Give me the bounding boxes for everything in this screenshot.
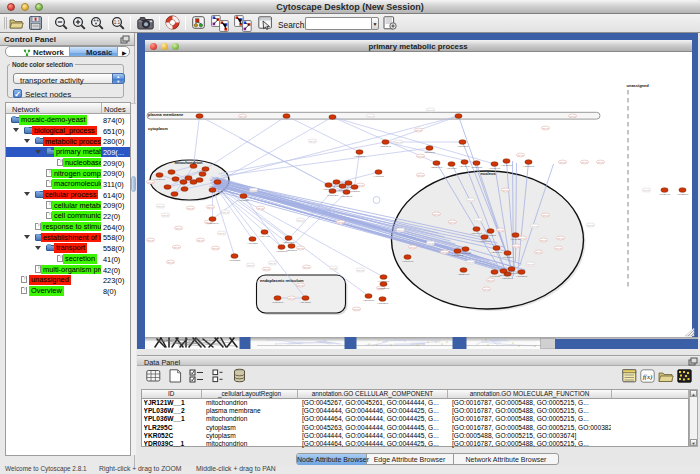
svg-text:YJL093C: YJL093C (446, 167, 456, 170)
svg-text:YCL025C: YCL025C (247, 242, 258, 245)
svg-text:nucleus: nucleus (480, 171, 496, 176)
svg-text:YDR384C: YDR384C (379, 145, 390, 148)
svg-text:xxx-xx: xxx-xx (449, 221, 456, 223)
svg-text:YBR127C: YBR127C (484, 234, 495, 237)
svg-text:YEL051W: YEL051W (362, 299, 374, 302)
svg-text:xxx-xx: xxx-xx (303, 266, 310, 268)
svg-text:YKR039W: YKR039W (206, 222, 218, 225)
svg-text:xxx-xx: xxx-xx (643, 189, 650, 191)
svg-text:YDL054C: YDL054C (459, 165, 470, 168)
svg-text:YOL020W: YOL020W (340, 195, 352, 198)
svg-text:YKL217W: YKL217W (153, 178, 165, 181)
svg-text:YIL088C: YIL088C (331, 185, 341, 188)
svg-text:xxx-xx: xxx-xx (367, 115, 374, 117)
svg-text:xxx-xx: xxx-xx (250, 189, 257, 191)
svg-text:cytoplasm: cytoplasm (148, 126, 168, 131)
svg-text:YKL217W: YKL217W (451, 254, 463, 257)
svg-text:YOR100C: YOR100C (401, 260, 413, 263)
svg-text:xxx-xx: xxx-xx (309, 140, 316, 142)
svg-text:unassigned: unassigned (626, 83, 649, 88)
svg-text:YBR069C: YBR069C (342, 186, 353, 189)
svg-text:YLR138W: YLR138W (237, 199, 249, 202)
svg-text:1:1: 1:1 (114, 20, 121, 25)
svg-text:xxx-xx: xxx-xx (483, 288, 490, 290)
svg-text:f(x): f(x) (643, 373, 653, 381)
svg-text:xxx-xx: xxx-xx (269, 262, 276, 264)
svg-text:YEL006W: YEL006W (490, 251, 502, 254)
svg-text:xxx-xx: xxx-xx (297, 284, 304, 286)
svg-text:endoplasmic reticulum: endoplasmic reticulum (260, 278, 304, 283)
svg-text:YER053C: YER053C (423, 151, 434, 154)
svg-text:xxx-xx: xxx-xx (353, 308, 360, 310)
svg-text:xxx-xx: xxx-xx (207, 206, 214, 208)
svg-text:xxx-xx: xxx-xx (569, 115, 576, 117)
svg-text:xxx-xx: xxx-xx (417, 174, 424, 176)
svg-text:xxx-xx: xxx-xx (175, 227, 182, 229)
svg-text:YPR036W: YPR036W (271, 301, 283, 304)
svg-text:xxx-xx: xxx-xx (427, 242, 434, 244)
svg-text:xxx-xx: xxx-xx (527, 263, 534, 265)
svg-text:YDR384C: YDR384C (501, 277, 512, 280)
svg-text:xxx-xx: xxx-xx (542, 214, 549, 216)
svg-text:xxx-xx: xxx-xx (531, 225, 538, 227)
svg-text:xxx-xx: xxx-xx (247, 264, 254, 266)
svg-text:YEL027W: YEL027W (285, 249, 297, 252)
svg-text:xxx-xx: xxx-xx (441, 251, 448, 253)
svg-text:xxx-xx: xxx-xx (497, 229, 504, 231)
svg-text:xxx-xx: xxx-xx (467, 199, 474, 201)
svg-text:xxx-xx: xxx-xx (147, 239, 154, 241)
svg-text:YPL274W: YPL274W (658, 193, 670, 196)
svg-text:plasma membrane: plasma membrane (148, 112, 184, 117)
svg-text:xxx-xx: xxx-xx (288, 297, 295, 299)
svg-text:xxx-xx: xxx-xx (417, 155, 424, 157)
svg-text:xxx-xx: xxx-xx (297, 219, 304, 221)
svg-text:YGR121C: YGR121C (515, 275, 527, 278)
svg-text:xxx-xx: xxx-xx (337, 221, 344, 223)
svg-text:xxx-xx: xxx-xx (415, 129, 422, 131)
svg-text:xxx-xx: xxx-xx (395, 141, 402, 143)
svg-text:YHR002W: YHR002W (326, 194, 338, 197)
svg-text:xxx-xx: xxx-xx (502, 189, 509, 191)
svg-text:xxx-xx: xxx-xx (218, 232, 225, 234)
svg-text:xxx-xx: xxx-xx (297, 247, 304, 249)
svg-text:YLR138W: YLR138W (501, 256, 513, 259)
svg-text:xxx-xx: xxx-xx (222, 211, 229, 213)
svg-text:mitochondrion: mitochondrion (174, 160, 203, 165)
svg-text:xxx-xx: xxx-xx (559, 161, 566, 163)
svg-text:xxx-xx: xxx-xx (239, 115, 246, 117)
svg-text:YHR026W: YHR026W (377, 280, 389, 283)
svg-text:YPR011C: YPR011C (457, 145, 468, 148)
svg-text:YGR121C: YGR121C (353, 155, 365, 158)
svg-text:xxx-xx: xxx-xx (173, 246, 180, 248)
svg-text:xxx-xx: xxx-xx (330, 267, 337, 269)
svg-text:xxx-xx: xxx-xx (557, 237, 564, 239)
svg-text:YGR125W: YGR125W (228, 259, 241, 262)
svg-text:xxx-xx: xxx-xx (357, 269, 364, 271)
svg-text:xxx-xx: xxx-xx (513, 245, 520, 247)
svg-text:xxx-xx: xxx-xx (157, 205, 164, 207)
svg-text:xxx-xx: xxx-xx (487, 279, 494, 281)
svg-text:YDL004W: YDL004W (470, 232, 482, 235)
svg-text:YOR270C: YOR270C (377, 287, 389, 290)
svg-text:YPL274W: YPL274W (488, 167, 500, 170)
svg-text:YBR294W: YBR294W (457, 273, 469, 276)
svg-text:xxx-xx: xxx-xx (212, 247, 219, 249)
svg-text:YPL234C: YPL234C (479, 240, 490, 243)
svg-text:xxx-xx: xxx-xx (162, 214, 169, 216)
svg-text:YPL265W: YPL265W (348, 190, 360, 193)
svg-text:xxx-xx: xxx-xx (263, 268, 270, 270)
svg-text:xxx-xx: xxx-xx (257, 207, 264, 209)
svg-text:xxx-xx: xxx-xx (587, 224, 594, 226)
svg-text:xxx-xx: xxx-xx (581, 161, 588, 163)
svg-text:xxx-xx: xxx-xx (597, 161, 604, 163)
svg-text:YGL255W: YGL255W (676, 193, 688, 196)
svg-text:YHL016C: YHL016C (373, 175, 384, 178)
svg-text:YOR348C: YOR348C (505, 272, 517, 275)
svg-text:xxx-xx: xxx-xx (540, 239, 547, 241)
svg-text:xxx-xx: xxx-xx (475, 219, 482, 221)
svg-text:xxx-xx: xxx-xx (167, 261, 174, 263)
svg-text:YGR020C: YGR020C (376, 302, 388, 305)
svg-text:YDR046C: YDR046C (336, 189, 347, 192)
svg-text:xxx-xx: xxx-xx (535, 251, 542, 253)
svg-text:xxx-xx: xxx-xx (542, 127, 549, 129)
